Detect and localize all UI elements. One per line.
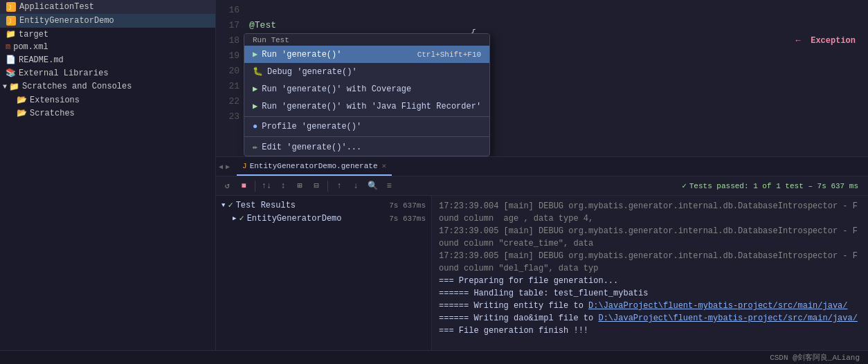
tree-arrow: ▼	[221, 202, 225, 209]
context-menu: Run Test ▶ Run 'generate()' Ctrl+Shift+F…	[244, 33, 490, 156]
code-line-16	[249, 3, 862, 18]
sidebar-item-readme[interactable]: 📄 README.md	[0, 53, 215, 66]
console-line-2: 17:23:39.005 [main] DEBUG org.mybatis.ge…	[439, 225, 861, 250]
code-editor: 16 17 18 19 20 21 22 23 @Test ✓ public v…	[216, 0, 868, 156]
nav-arrow-left[interactable]: ◀	[219, 163, 223, 171]
watermark: CSDN @剑客阿良_ALiang	[770, 352, 860, 363]
scroll-down-button[interactable]: ↓	[349, 179, 363, 193]
separator	[255, 181, 255, 192]
coverage-icon: ▶	[253, 84, 257, 94]
pass-icon-child: ✓	[239, 213, 244, 224]
sidebar-item-application-test[interactable]: J ApplicationTest	[0, 0, 215, 14]
maven-icon: m	[6, 42, 10, 52]
extensions-icon: 📂	[17, 95, 27, 105]
console-line-5: ====== Handling table: test_fluent_mybat…	[439, 287, 861, 300]
tab-java-icon: J	[242, 162, 247, 170]
console-line-8: === File generation finish !!!	[439, 325, 861, 337]
tree-arrow-child: ▶	[233, 215, 236, 222]
console-line-7: ====== Writing dao&impl file to D:\JavaP…	[439, 312, 861, 325]
menu-item-run[interactable]: ▶ Run 'generate()' Ctrl+Shift+F10	[244, 46, 489, 63]
separator2	[327, 181, 328, 192]
main-container: J ApplicationTest J EntityGeneratorDemo …	[0, 0, 868, 350]
panel-toolbar: ↺ ■ ↑↓ ↕ ⊞ ⊟ ↑ ↓ 🔍 ≡ ✓ Tests passed: 1 o…	[216, 176, 868, 196]
console-line-6: ====== Writing entity file to D:\JavaPro…	[439, 300, 861, 312]
expand-button[interactable]: ⊞	[293, 179, 307, 193]
menu-item-flight[interactable]: ▶ Run 'generate()' with 'Java Flight Rec…	[244, 98, 489, 115]
edit-icon: ✏	[253, 142, 257, 152]
menu-item-coverage[interactable]: ▶ Run 'generate()' with Coverage	[244, 80, 489, 98]
sort-asc-button[interactable]: ↑↓	[260, 179, 273, 193]
test-tree: ▼ ✓ Test Results 7s 637ms ▶ ✓ EntityGene…	[216, 196, 432, 350]
panel-tabs: ◀ ▶ J EntityGeneratorDemo.generate ✕	[216, 157, 868, 176]
menu-item-profile[interactable]: ● Profile 'generate()'	[244, 118, 489, 135]
scroll-up-button[interactable]: ↑	[332, 179, 346, 193]
console-line-4: === Preparing for file generation...	[439, 275, 861, 287]
console-link-1[interactable]: D:\JavaProject\fluent-mybatis-project/sr…	[588, 301, 847, 311]
panel-body: ▼ ✓ Test Results 7s 637ms ▶ ✓ EntityGene…	[216, 196, 868, 350]
sidebar-item-pom[interactable]: m pom.xml	[0, 41, 215, 53]
rerun-button[interactable]: ↺	[220, 179, 234, 193]
pass-icon-root: ✓	[228, 200, 233, 210]
debug-icon: 🐛	[253, 66, 263, 77]
tab-close-icon[interactable]: ✕	[382, 161, 387, 170]
console-line-3: 17:23:39.005 [main] DEBUG org.mybatis.ge…	[439, 250, 861, 275]
console-link-2[interactable]: D:\JavaProject\fluent-mybatis-project/sr…	[598, 313, 857, 323]
stop-button[interactable]: ■	[237, 179, 251, 193]
console-output: 17:23:39.004 [main] DEBUG org.mybatis.ge…	[432, 196, 868, 350]
test-results-root[interactable]: ▼ ✓ Test Results 7s 637ms	[216, 199, 431, 212]
profile-icon: ●	[253, 122, 257, 131]
sidebar-item-external-libs[interactable]: 📚 External Libraries	[0, 66, 215, 80]
svg-text:J: J	[8, 5, 12, 11]
menu-separator	[244, 116, 489, 117]
java-file-icon2: J	[6, 15, 17, 26]
nav-arrow-right[interactable]: ▶	[226, 163, 230, 171]
sidebar-item-scratches-consoles[interactable]: ▼ 📁 Scratches and Consoles	[0, 80, 215, 93]
sidebar-item-scratches[interactable]: 📂 Scratches	[0, 107, 215, 120]
sidebar-item-extensions[interactable]: 📂 Extensions	[0, 93, 215, 107]
scratches-folder-icon: 📁	[8, 81, 19, 92]
context-menu-header: Run Test	[244, 34, 489, 46]
md-icon: 📄	[6, 55, 16, 65]
line-numbers: 16 17 18 19 20 21 22 23	[216, 0, 244, 125]
tab-entity-generator[interactable]: J EntityGeneratorDemo.generate ✕	[237, 157, 392, 176]
svg-text:J: J	[8, 19, 12, 25]
menu-item-edit[interactable]: ✏ Edit 'generate()'...	[244, 138, 489, 156]
libs-icon: 📚	[6, 68, 16, 78]
folder-icon: 📁	[6, 29, 16, 39]
collapse-button[interactable]: ⊟	[309, 179, 323, 193]
check-icon: ✓	[682, 181, 687, 190]
menu-separator-2	[244, 136, 489, 137]
bottom-panel: ◀ ▶ J EntityGeneratorDemo.generate ✕ ↺ ■…	[216, 156, 868, 350]
arrow-icon: ▼	[3, 83, 7, 91]
status-bar: CSDN @剑客阿良_ALiang	[0, 350, 868, 364]
sidebar-item-target[interactable]: 📁 target	[0, 28, 215, 41]
scratches-consoles-label: Scratches and Consoles	[22, 82, 132, 91]
scratches-icon: 📂	[17, 108, 27, 118]
search-button[interactable]: 🔍	[365, 179, 379, 193]
sidebar: J ApplicationTest J EntityGeneratorDemo …	[0, 0, 216, 350]
console-line-1: 17:23:39.004 [main] DEBUG org.mybatis.ge…	[439, 200, 861, 225]
menu-item-debug[interactable]: 🐛 Debug 'generate()'	[244, 63, 489, 80]
test-results-entity[interactable]: ▶ ✓ EntityGeneratorDemo 7s 637ms	[216, 212, 431, 225]
test-pass-badge: ✓ Tests passed: 1 of 1 test – 7s 637 ms	[676, 180, 864, 192]
java-file-icon: J	[6, 1, 17, 12]
sidebar-item-entity-generator[interactable]: J EntityGeneratorDemo	[0, 14, 215, 28]
run-icon: ▶	[253, 49, 257, 60]
editor-right: 16 17 18 19 20 21 22 23 @Test ✓ public v…	[216, 0, 868, 350]
flight-icon: ▶	[253, 101, 257, 111]
tree-button[interactable]: ≡	[382, 179, 396, 193]
sort-desc-button[interactable]: ↕	[276, 179, 290, 193]
